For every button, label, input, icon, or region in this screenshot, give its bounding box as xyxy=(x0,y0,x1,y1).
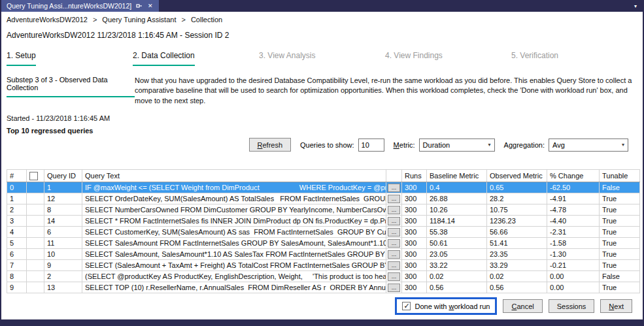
col-header-observed-metric[interactable]: Observed Metric xyxy=(487,170,547,182)
query-text-expand-button[interactable]: ... xyxy=(388,206,400,214)
query-text-expand-button[interactable]: ... xyxy=(388,284,400,292)
queries-to-show-input[interactable] xyxy=(358,139,384,152)
breadcrumb-item-qta[interactable]: Query Tuning Assistant xyxy=(102,16,176,24)
row-observed-cell: 1236.23 xyxy=(487,216,547,227)
row-tunable-cell: True xyxy=(600,282,640,293)
col-header-query-id[interactable]: Query ID xyxy=(44,170,82,182)
query-text-expand-button[interactable]: ... xyxy=(388,239,400,248)
col-header-select[interactable] xyxy=(27,170,44,182)
row-observed-cell: 28.2 xyxy=(487,193,547,204)
row-pct-change-cell: -0.21 xyxy=(547,260,600,271)
query-text-expand-button[interactable]: ... xyxy=(388,228,400,236)
table-row[interactable]: 4 6 SELECT CustomerKey, SUM(SalesAmount)… xyxy=(7,227,640,238)
metric-dropdown[interactable]: Duration▾ xyxy=(419,139,495,152)
row-runs-cell: 300 xyxy=(402,260,427,271)
row-tunable-cell: True xyxy=(600,216,640,227)
cancel-button[interactable]: Cancel xyxy=(503,299,542,313)
row-runs-cell: 300 xyxy=(402,271,427,282)
query-tuning-assistant-window: Query Tuning Assi...ntureWorksDW2012] ✕ … xyxy=(0,0,644,326)
step-verification: 5. Verification xyxy=(511,51,637,66)
query-text-expand-button[interactable]: ... xyxy=(388,184,400,192)
pin-icon[interactable] xyxy=(135,3,143,10)
regressed-queries-table: # Query ID Query Text Runs Baseline Metr… xyxy=(7,169,640,293)
breadcrumb-item-collection[interactable]: Collection xyxy=(191,16,222,24)
table-row[interactable]: 8 2 (SELECT @productKey AS ProductKey, E… xyxy=(7,271,640,282)
row-select-cell[interactable] xyxy=(27,182,44,193)
row-select-cell[interactable] xyxy=(27,249,44,260)
row-tunable-cell: True xyxy=(600,193,640,204)
query-text-expand-button[interactable]: ... xyxy=(388,261,400,270)
row-ellipsis-cell: ... xyxy=(386,249,402,260)
row-observed-cell: 0.02 xyxy=(487,271,547,282)
row-runs-cell: 300 xyxy=(402,249,427,260)
document-tab-strip: Query Tuning Assi...ntureWorksDW2012] ✕ … xyxy=(1,0,643,12)
row-tunable-cell: False xyxy=(600,271,640,282)
next-button[interactable]: Next xyxy=(600,299,632,313)
query-text-expand-button[interactable]: ... xyxy=(388,217,400,225)
table-row[interactable]: 9 13 SELECT TOP (10) r.ResellerName, r.A… xyxy=(7,282,640,293)
row-index-cell: 8 xyxy=(7,271,27,282)
table-row[interactable]: 2 8 SELECT NumberCarsOwned FROM DimCusto… xyxy=(7,204,640,216)
table-row[interactable]: 6 10 SELECT SalesAmount, SalesAmount*1.1… xyxy=(7,249,640,260)
col-header-baseline-metric[interactable]: Baseline Metric xyxy=(427,170,487,182)
row-query-id-cell: 11 xyxy=(44,238,82,249)
breadcrumb: AdventureWorksDW2012 > Query Tuning Assi… xyxy=(7,16,643,24)
row-select-cell[interactable] xyxy=(27,271,44,282)
tab-list-dropdown-icon[interactable]: ▾ xyxy=(628,0,643,12)
aggregation-dropdown[interactable]: Avg▾ xyxy=(549,139,628,152)
row-index-cell: 7 xyxy=(7,260,27,271)
row-runs-cell: 300 xyxy=(402,282,427,293)
table-row[interactable]: 1 12 SELECT OrderDateKey, SUM(SalesAmoun… xyxy=(7,193,640,204)
query-text-expand-button[interactable]: ... xyxy=(388,272,400,281)
col-header-index[interactable]: # xyxy=(7,170,27,182)
query-text-expand-button[interactable]: ... xyxy=(388,250,400,259)
tab-title: Query Tuning Assi...ntureWorksDW2012] xyxy=(7,2,131,10)
row-runs-cell: 300 xyxy=(402,204,427,216)
col-header-pct-change[interactable]: % Change xyxy=(547,170,600,182)
row-pct-change-cell: -1.30 xyxy=(547,249,600,260)
breadcrumb-item-database[interactable]: AdventureWorksDW2012 xyxy=(7,16,88,24)
row-select-cell[interactable] xyxy=(27,204,44,216)
bottom-controls: ✓ Done with workload run Cancel Sessions… xyxy=(395,297,632,315)
row-query-id-cell: 12 xyxy=(44,193,82,204)
metric-label: Metric: xyxy=(394,141,415,149)
row-select-cell[interactable] xyxy=(27,282,44,293)
step-view-findings: 4. View Findings xyxy=(385,51,511,66)
done-with-workload-checkbox[interactable]: ✓ Done with workload run xyxy=(395,297,497,315)
row-select-cell[interactable] xyxy=(27,216,44,227)
row-pct-change-cell: -4.91 xyxy=(547,193,600,204)
refresh-button[interactable]: Refresh xyxy=(249,138,292,152)
regressed-queries-heading: Top 10 regressed queries xyxy=(7,127,643,135)
table-row[interactable]: 5 11 SELECT SalesAmount FROM FactInterne… xyxy=(7,238,640,249)
aggregation-label: Aggregation: xyxy=(504,141,545,149)
row-query-text-cell: SELECT * FROM FactInternetSales fis INNE… xyxy=(82,216,386,227)
row-tunable-cell: True xyxy=(600,260,640,271)
col-header-tunable[interactable]: Tunable xyxy=(600,170,640,182)
select-all-checkbox[interactable] xyxy=(29,172,38,180)
row-select-cell[interactable] xyxy=(27,227,44,238)
row-index-cell: 6 xyxy=(7,249,27,260)
row-observed-cell: 51.41 xyxy=(487,238,547,249)
row-query-id-cell: 9 xyxy=(44,260,82,271)
table-row[interactable]: 7 9 SELECT (SalesAmount + TaxAmt + Freig… xyxy=(7,260,640,271)
tab-query-tuning-assistant[interactable]: Query Tuning Assi...ntureWorksDW2012] ✕ xyxy=(1,0,159,12)
step-view-analysis: 3. View Analysis xyxy=(259,51,385,66)
row-baseline-cell: 26.88 xyxy=(427,193,487,204)
substep-label: Substep 3 of 3 - Observed Data Collectio… xyxy=(7,76,135,97)
sessions-button[interactable]: Sessions xyxy=(549,299,595,313)
row-select-cell[interactable] xyxy=(27,193,44,204)
checkbox-checked-icon[interactable]: ✓ xyxy=(402,302,411,310)
col-header-runs[interactable]: Runs xyxy=(402,170,427,182)
col-header-query-text[interactable]: Query Text xyxy=(82,170,386,182)
row-select-cell[interactable] xyxy=(27,260,44,271)
session-title: AdventureWorksDW2012 11/23/2018 1:16:45 … xyxy=(7,31,643,40)
table-row[interactable]: 0 1 IF @maxWeight <= (SELECT Weight from… xyxy=(7,182,640,193)
row-tunable-cell: True xyxy=(600,204,640,216)
row-query-id-cell: 14 xyxy=(44,216,82,227)
row-select-cell[interactable] xyxy=(27,238,44,249)
step-data-collection: 2. Data Collection xyxy=(133,51,259,66)
query-text-expand-button[interactable]: ... xyxy=(388,195,400,203)
row-observed-cell: 0.65 xyxy=(487,182,547,193)
close-icon[interactable]: ✕ xyxy=(146,3,154,10)
table-row[interactable]: 3 14 SELECT * FROM FactInternetSales fis… xyxy=(7,216,640,227)
